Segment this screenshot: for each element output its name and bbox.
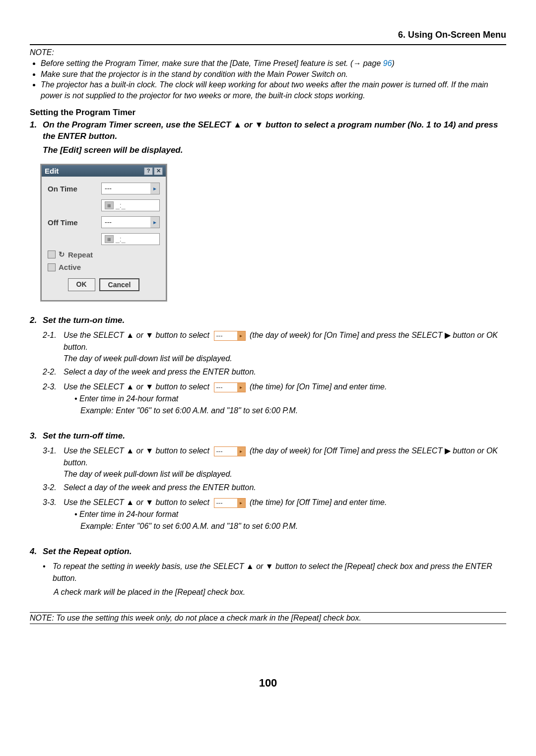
step-1-follow: The [Edit] screen will be displayed. [43, 145, 506, 155]
close-icon[interactable]: ✕ [154, 167, 163, 175]
inline-day-field-icon: ---▸ [214, 331, 246, 341]
down-triangle-icon: ▼ [145, 331, 153, 339]
calendar-icon: ▦ [105, 201, 114, 209]
step-3-1: 3-1. Use the SELECT ▲ or ▼ button to sel… [43, 445, 506, 469]
calendar-icon: ▦ [105, 235, 114, 243]
note-item-2: Make sure that the projector is in the s… [41, 69, 506, 80]
step-2-2: 2-2. Select a day of the week and press … [43, 366, 506, 378]
dropdown-arrow-icon[interactable]: ▸ [150, 217, 159, 228]
up-triangle-icon: ▲ [233, 120, 242, 129]
note-item-3: The projector has a built-in clock. The … [41, 79, 506, 101]
repeat-label: Repeat [68, 251, 93, 259]
off-time-label: Off Time [48, 218, 101, 227]
active-checkbox[interactable] [48, 263, 56, 271]
dialog-title: Edit [45, 167, 59, 175]
note-label: NOTE: [30, 48, 506, 57]
up-triangle-icon: ▲ [126, 382, 134, 391]
step-3-3: 3-3. Use the SELECT ▲ or ▼ button to sel… [43, 497, 506, 508]
on-time-time-field[interactable]: ▦ _:_ [101, 199, 160, 211]
step-3-2: 3-2. Select a day of the week and press … [43, 482, 506, 494]
step-2-1: 2-1. Use the SELECT ▲ or ▼ button to sel… [43, 329, 506, 353]
down-triangle-icon: ▼ [145, 382, 153, 391]
down-triangle-icon: ▼ [145, 446, 153, 455]
off-time-day-field[interactable]: --- ▸ [101, 216, 160, 228]
right-triangle-icon: ▶ [445, 331, 451, 339]
down-triangle-icon: ▼ [255, 120, 263, 129]
repeat-icon: ↻ [59, 250, 65, 259]
page-number: 100 [0, 677, 536, 690]
repeat-checkbox[interactable] [48, 251, 56, 258]
off-time-time-field[interactable]: ▦ _:_ [101, 233, 160, 245]
note-rule-bottom [30, 624, 506, 624]
help-icon[interactable]: ? [144, 167, 153, 175]
inline-day-field-icon: ---▸ [214, 446, 246, 456]
up-triangle-icon: ▲ [126, 446, 134, 455]
step-3-bullet-1: • Enter time in 24-hour format [74, 508, 506, 520]
dialog-titlebar: Edit ? ✕ [42, 165, 166, 177]
section-header: 6. Using On-Screen Menu [30, 30, 506, 44]
step-3: 3. Set the turn-off time. [30, 431, 506, 442]
step-2-bullet-1: • Enter time in 24-hour format [74, 393, 506, 405]
step-3-bullet-2: Example: Enter "06" to set 6:00 A.M. and… [80, 520, 506, 532]
cancel-button[interactable]: Cancel [99, 278, 140, 291]
section-title: Setting the Program Timer [30, 108, 506, 118]
step-1: 1. On the Program Timer screen, use the … [30, 120, 506, 142]
active-label: Active [59, 263, 81, 271]
on-time-label: On Time [48, 185, 101, 193]
on-time-day-field[interactable]: --- ▸ [101, 183, 160, 194]
step-3-1-follow: The day of week pull-down list will be d… [64, 470, 506, 479]
step-4: 4. Set the Repeat option. [30, 546, 506, 558]
step-2-3: 2-3. Use the SELECT ▲ or ▼ button to sel… [43, 381, 506, 393]
edit-dialog: Edit ? ✕ On Time --- ▸ ▦ _:_ [41, 164, 167, 301]
step-2-bullet-2: Example: Enter "06" to set 6:00 A.M. and… [80, 405, 506, 417]
page-link: 96 [383, 59, 392, 67]
step-4-follow: A check mark will be placed in the [Repe… [54, 586, 506, 598]
up-triangle-icon: ▲ [126, 331, 134, 339]
header-rule [30, 44, 506, 45]
down-triangle-icon: ▼ [145, 498, 153, 506]
inline-time-field-icon: ---▸ [214, 498, 246, 508]
up-triangle-icon: ▲ [126, 498, 134, 506]
down-triangle-icon: ▼ [266, 562, 273, 570]
dropdown-arrow-icon[interactable]: ▸ [150, 183, 159, 194]
up-triangle-icon: ▲ [246, 562, 254, 570]
note-list: Before setting the Program Timer, make s… [30, 58, 506, 101]
inline-time-field-icon: ---▸ [214, 382, 246, 392]
step-4-bullet: • To repeat the setting in weekly basis,… [43, 561, 506, 584]
step-2-1-follow: The day of week pull-down list will be d… [64, 354, 506, 363]
right-triangle-icon: ▶ [445, 446, 451, 455]
bottom-note: NOTE: To use the setting this week only,… [30, 613, 506, 624]
ok-button[interactable]: OK [68, 278, 95, 291]
step-2: 2. Set the turn-on time. [30, 315, 506, 326]
note-item-1: Before setting the Program Timer, make s… [41, 58, 506, 69]
